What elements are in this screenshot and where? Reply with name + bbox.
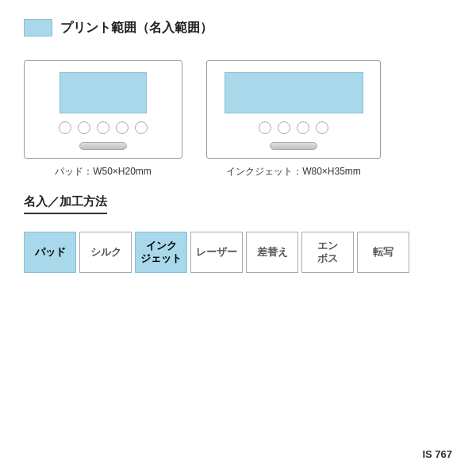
legend-label: プリント範囲（名入範囲）: [60, 20, 213, 36]
inkjet-btn-1: [259, 121, 271, 134]
product-code: IS 767: [422, 448, 452, 460]
inkjet-buttons: [259, 121, 328, 134]
inkjet-btn-2: [278, 121, 290, 134]
inkjet-btn-4: [316, 121, 328, 134]
method-replace[interactable]: 差替え: [246, 232, 298, 273]
inkjet-print-area: [225, 72, 363, 113]
pad-btn-5: [135, 121, 148, 134]
inkjet-label: インクジェット：W80×H35mm: [226, 165, 361, 178]
diagrams-row: パッド：W50×H20mm インクジェット：W80×H35mm: [24, 60, 452, 178]
method-laser[interactable]: レーザー: [190, 232, 243, 273]
legend-row: プリント範囲（名入範囲）: [24, 19, 452, 36]
pad-btn-4: [116, 121, 129, 134]
method-pad[interactable]: パッド: [24, 232, 76, 273]
pad-label: パッド：W50×H20mm: [55, 165, 152, 178]
pad-device-box: [24, 60, 182, 159]
inkjet-btn-3: [297, 121, 309, 134]
inkjet-diagram: インクジェット：W80×H35mm: [206, 60, 381, 178]
pad-print-area: [60, 72, 147, 113]
methods-title: 名入／加工方法: [24, 194, 107, 214]
method-inkjet[interactable]: インクジェット: [135, 232, 187, 273]
pad-diagram: パッド：W50×H20mm: [24, 60, 182, 178]
inkjet-speaker: [270, 142, 317, 150]
method-emboss[interactable]: エンボス: [301, 232, 354, 273]
pad-speaker: [79, 142, 127, 150]
pad-btn-2: [78, 121, 90, 134]
pad-buttons: [59, 121, 148, 134]
method-silk[interactable]: シルク: [79, 232, 132, 273]
inkjet-device-box: [206, 60, 381, 159]
legend-color-box: [24, 19, 52, 36]
method-transfer[interactable]: 転写: [357, 232, 409, 273]
pad-btn-3: [97, 121, 109, 134]
methods-row: パッド シルク インクジェット レーザー 差替え エンボス 転写: [24, 232, 452, 273]
pad-btn-1: [59, 121, 71, 134]
page: プリント範囲（名入範囲） パッド：W50×H20mm: [0, 0, 476, 476]
